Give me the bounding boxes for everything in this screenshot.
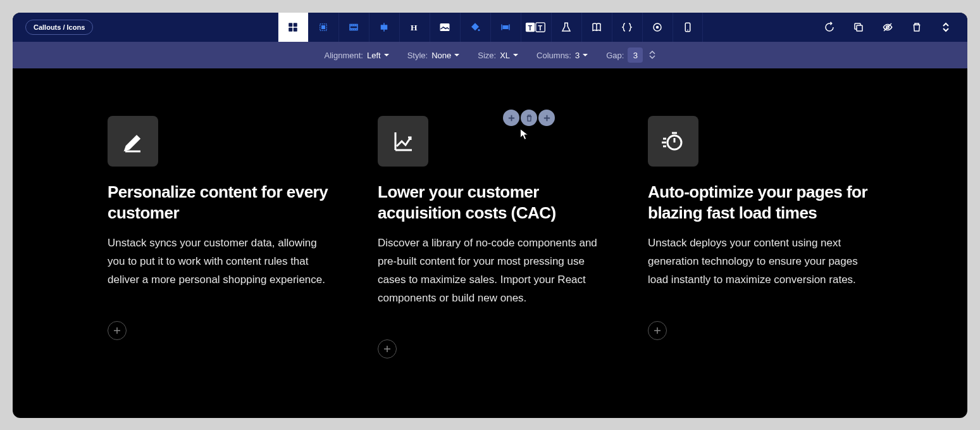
svg-rect-5 (322, 26, 325, 29)
svg-rect-18 (440, 24, 449, 31)
svg-text:T: T (538, 24, 543, 32)
chevron-down-icon (649, 55, 655, 60)
toolbar-right-tools (816, 13, 967, 42)
visibility-off-tool[interactable] (874, 13, 902, 42)
alignment-label: Alignment: (325, 51, 363, 60)
svg-rect-2 (288, 28, 292, 32)
svg-rect-0 (288, 23, 292, 27)
add-element-button[interactable] (108, 321, 127, 340)
copy-tool[interactable] (845, 13, 872, 42)
section-box-tool[interactable] (308, 13, 338, 42)
callout-card[interactable]: Auto-optimize your pages for blazing fas… (648, 116, 872, 358)
size-value: XL (500, 51, 510, 60)
toolbar-top: Callouts / Icons H (13, 13, 967, 42)
gap-value[interactable]: 3 (628, 47, 643, 63)
svg-rect-23 (503, 26, 508, 29)
columns-control[interactable]: Columns: 3 (537, 51, 588, 60)
book-tool[interactable] (581, 13, 612, 42)
refresh-tool[interactable] (816, 13, 843, 42)
card-body[interactable]: Unstack syncs your customer data, allowi… (108, 234, 332, 289)
component-type-badge[interactable]: Callouts / Icons (25, 20, 93, 35)
svg-rect-34 (857, 25, 862, 31)
film-strip-tool[interactable] (338, 13, 369, 42)
add-element-button[interactable] (378, 339, 397, 358)
speed-icon (661, 129, 686, 154)
trash-icon (525, 114, 533, 122)
columns-label: Columns: (537, 51, 571, 60)
gap-control[interactable]: Gap: 3 (606, 47, 655, 63)
code-braces-tool[interactable] (612, 13, 642, 42)
edit-icon (120, 129, 146, 154)
svg-rect-1 (294, 23, 297, 27)
cursor-icon (518, 127, 531, 144)
chevron-down-icon (582, 52, 588, 58)
plus-icon (543, 114, 551, 122)
heading-tool[interactable]: H (399, 13, 430, 42)
svg-text:H: H (411, 23, 418, 32)
svg-point-20 (478, 29, 480, 31)
text-style-tool[interactable]: T T (521, 13, 551, 42)
delete-card-button[interactable] (521, 110, 537, 126)
delete-tool[interactable] (903, 13, 931, 42)
columns-value: 3 (575, 51, 580, 60)
image-tool[interactable] (430, 13, 460, 42)
add-element-button[interactable] (648, 321, 667, 340)
plus-icon (383, 345, 392, 353)
gap-label: Gap: (606, 51, 624, 60)
layout-grid-tool[interactable] (278, 13, 308, 42)
chart-icon (390, 129, 416, 154)
toolbar-sub: Alignment: Left Style: None Size: XL Col… (13, 42, 967, 68)
card-body[interactable]: Discover a library of no-code components… (378, 234, 602, 308)
svg-point-31 (657, 27, 659, 28)
plus-icon (113, 326, 121, 335)
card-hover-actions (503, 110, 555, 126)
chevron-down-icon (512, 52, 519, 58)
chevron-down-icon (454, 52, 460, 58)
plus-icon (653, 326, 662, 335)
add-after-button[interactable] (538, 110, 555, 126)
svg-rect-16 (381, 25, 387, 29)
style-value: None (431, 51, 451, 60)
svg-rect-3 (294, 28, 297, 32)
card-body[interactable]: Unstack deploys your content using next … (648, 234, 872, 289)
callout-card[interactable]: Personalize content for every customer U… (108, 116, 332, 358)
alignment-control[interactable]: Alignment: Left (325, 51, 390, 60)
reorder-chevrons[interactable] (932, 13, 960, 42)
chevron-up-icon (649, 51, 655, 55)
card-icon-tile[interactable] (648, 116, 698, 167)
plus-icon (507, 114, 516, 122)
align-center-tool[interactable] (369, 13, 399, 42)
target-tool[interactable] (642, 13, 673, 42)
paint-bucket-tool[interactable] (460, 13, 490, 42)
style-label: Style: (407, 51, 428, 60)
gap-steppers[interactable] (649, 51, 655, 60)
card-title[interactable]: Lower your customer acquisition costs (C… (378, 182, 602, 223)
content-canvas[interactable]: Personalize content for every customer U… (13, 68, 967, 384)
card-icon-tile[interactable] (108, 116, 158, 167)
add-before-button[interactable] (503, 110, 519, 126)
chevron-down-icon (942, 27, 950, 32)
style-control[interactable]: Style: None (407, 51, 461, 60)
editor-frame: Callouts / Icons H (13, 13, 967, 418)
chevron-up-icon (942, 22, 950, 27)
svg-text:T: T (528, 24, 533, 32)
size-label: Size: (478, 51, 496, 60)
chevron-down-icon (383, 52, 390, 58)
alignment-value: Left (367, 51, 381, 60)
card-title[interactable]: Auto-optimize your pages for blazing fas… (648, 182, 872, 223)
callout-card[interactable]: Lower your customer acquisition costs (C… (378, 116, 602, 358)
mobile-tool[interactable] (673, 13, 703, 42)
card-icon-tile[interactable] (378, 116, 428, 167)
card-title[interactable]: Personalize content for every customer (108, 182, 332, 223)
size-control[interactable]: Size: XL (478, 51, 519, 60)
width-tool[interactable] (490, 13, 521, 42)
lab-tool[interactable] (551, 13, 581, 42)
toolbar-center-tools: H T T (278, 13, 703, 42)
